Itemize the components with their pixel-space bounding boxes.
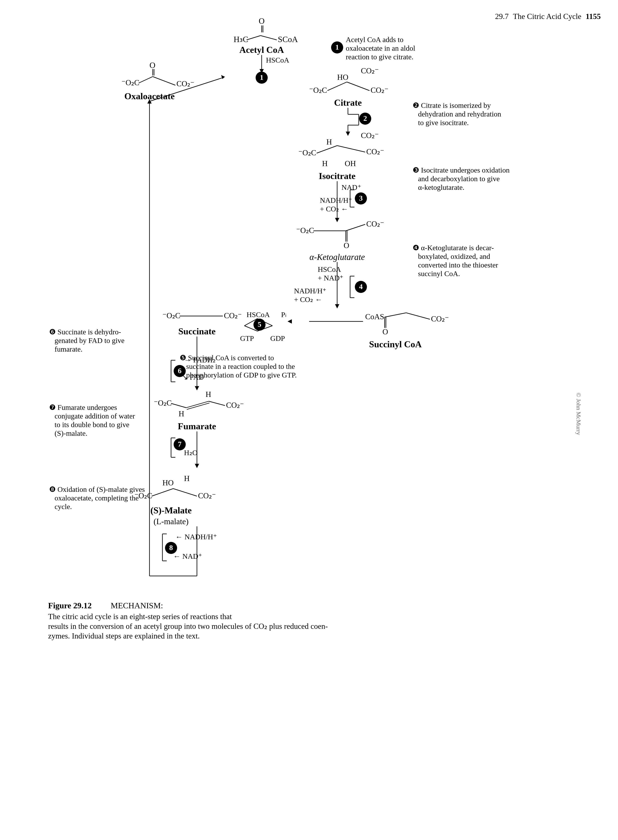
svg-text:dehydration and rehydration: dehydration and rehydration bbox=[418, 110, 501, 118]
svg-text:α-ketoglutarate.: α-ketoglutarate. bbox=[418, 183, 464, 191]
svg-text:Figure 29.12: Figure 29.12 bbox=[48, 601, 92, 610]
svg-text:GTP: GTP bbox=[240, 334, 254, 342]
svg-text:O: O bbox=[382, 328, 388, 336]
svg-marker-67 bbox=[335, 218, 339, 222]
svg-text:+ NAD⁺: + NAD⁺ bbox=[318, 274, 343, 282]
svg-text:(S)-malate.: (S)-malate. bbox=[55, 429, 88, 438]
svg-text:and decarboxylation to give: and decarboxylation to give bbox=[418, 175, 500, 183]
svg-text:boxylated, oxidized, and: boxylated, oxidized, and bbox=[418, 252, 490, 260]
svg-marker-45 bbox=[346, 132, 350, 136]
svg-text:CO₂⁻: CO₂⁻ bbox=[226, 401, 244, 410]
svg-text:❹ α-Ketoglutarate is decar-: ❹ α-Ketoglutarate is decar- bbox=[413, 244, 494, 252]
svg-text:Acetyl CoA adds to: Acetyl CoA adds to bbox=[346, 36, 403, 44]
svg-text:to its double bond to give: to its double bond to give bbox=[55, 421, 129, 429]
svg-text:❷ Citrate is isomerized by: ❷ Citrate is isomerized by bbox=[413, 101, 491, 109]
svg-text:❽ Oxidation of (S)-malate give: ❽ Oxidation of (S)-malate gives bbox=[49, 485, 145, 494]
svg-text:HO: HO bbox=[162, 478, 174, 487]
svg-line-22 bbox=[139, 77, 153, 83]
svg-text:H₂O: H₂O bbox=[184, 449, 198, 457]
svg-text:5: 5 bbox=[257, 321, 261, 328]
svg-text:conjugate addition of water: conjugate addition of water bbox=[55, 412, 135, 420]
svg-line-50 bbox=[337, 145, 365, 152]
svg-line-5 bbox=[261, 36, 277, 40]
svg-text:O: O bbox=[258, 16, 264, 25]
svg-text:❼ Fumarate undergoes: ❼ Fumarate undergoes bbox=[49, 404, 117, 411]
svg-text:reaction to give citrate.: reaction to give citrate. bbox=[346, 53, 413, 61]
svg-text:to give isocitrate.: to give isocitrate. bbox=[418, 119, 469, 127]
svg-text:⁻O₂C: ⁻O₂C bbox=[154, 399, 172, 407]
svg-text:⁻O₂C: ⁻O₂C bbox=[122, 78, 139, 87]
svg-text:CoAS: CoAS bbox=[365, 312, 384, 321]
svg-text:→ FADH₂: → FADH₂ bbox=[184, 356, 216, 364]
svg-text:HSCoA: HSCoA bbox=[266, 56, 289, 64]
svg-text:2: 2 bbox=[363, 114, 367, 122]
svg-text:⁻O₂C: ⁻O₂C bbox=[298, 148, 316, 157]
svg-text:❻ Succinate is dehydro-: ❻ Succinate is dehydro- bbox=[49, 328, 121, 336]
svg-line-154 bbox=[152, 488, 173, 496]
svg-text:OH: OH bbox=[345, 159, 356, 168]
svg-text:© John McMurry: © John McMurry bbox=[575, 393, 582, 435]
svg-text:Isocitrate: Isocitrate bbox=[319, 171, 355, 181]
svg-text:(S)-Malate: (S)-Malate bbox=[150, 505, 192, 516]
svg-text:← NADH/H⁺: ← NADH/H⁺ bbox=[175, 533, 217, 541]
citric-acid-cycle-diagram: O H₃C SCoA Acetyl CoA 1 Acetyl CoA adds … bbox=[29, 4, 590, 695]
svg-text:CO₂⁻: CO₂⁻ bbox=[361, 67, 379, 75]
svg-text:genated by FAD to give: genated by FAD to give bbox=[55, 337, 125, 344]
svg-text:NADH/H⁺: NADH/H⁺ bbox=[320, 196, 352, 204]
svg-text:cycle.: cycle. bbox=[55, 503, 72, 511]
svg-text:Succinate: Succinate bbox=[178, 327, 215, 336]
svg-text:Pᵢ: Pᵢ bbox=[281, 311, 287, 319]
svg-text:1: 1 bbox=[335, 43, 339, 51]
svg-text:O: O bbox=[150, 61, 155, 70]
svg-text:⁻O₂C: ⁻O₂C bbox=[309, 86, 327, 95]
svg-text:HO: HO bbox=[337, 73, 348, 82]
svg-line-93 bbox=[406, 313, 430, 319]
svg-text:4: 4 bbox=[359, 283, 362, 291]
svg-text:↘ FAD: ↘ FAD bbox=[182, 373, 204, 381]
svg-text:CO₂⁻: CO₂⁻ bbox=[177, 79, 195, 88]
svg-text:HSCoA: HSCoA bbox=[247, 311, 270, 319]
svg-text:CO₂⁻: CO₂⁻ bbox=[366, 220, 384, 228]
svg-line-31 bbox=[327, 82, 347, 91]
page: 29.7 The Citric Acid Cycle 1155 O H₃C SC… bbox=[0, 0, 618, 840]
svg-text:+ CO₂ ←: + CO₂ ← bbox=[294, 295, 322, 304]
svg-text:8: 8 bbox=[169, 543, 173, 552]
svg-marker-150 bbox=[195, 464, 199, 468]
svg-text:CO₂⁻: CO₂⁻ bbox=[371, 86, 388, 95]
diagram-container: O H₃C SCoA Acetyl CoA 1 Acetyl CoA adds … bbox=[0, 4, 618, 695]
svg-text:7: 7 bbox=[178, 440, 181, 448]
svg-text:❸ Isocitrate undergoes oxidati: ❸ Isocitrate undergoes oxidation bbox=[413, 166, 510, 174]
svg-line-4 bbox=[247, 36, 261, 40]
svg-text:CO₂⁻: CO₂⁻ bbox=[361, 131, 379, 140]
svg-text:oxaloacetate in an aldol: oxaloacetate in an aldol bbox=[346, 44, 415, 52]
svg-text:CO₂⁻: CO₂⁻ bbox=[366, 147, 384, 156]
svg-line-32 bbox=[347, 82, 370, 91]
svg-text:succinyl CoA.: succinyl CoA. bbox=[418, 270, 460, 278]
svg-text:Acetyl CoA: Acetyl CoA bbox=[239, 45, 284, 55]
svg-text:⁻O₂C: ⁻O₂C bbox=[296, 226, 314, 235]
svg-text:H: H bbox=[326, 138, 332, 146]
svg-text:Succinyl CoA: Succinyl CoA bbox=[369, 339, 422, 349]
svg-text:SCoA: SCoA bbox=[278, 35, 298, 44]
svg-text:The citric acid cycle is an ei: The citric acid cycle is an eight-step s… bbox=[48, 612, 232, 621]
svg-text:CO₂⁻: CO₂⁻ bbox=[431, 315, 449, 323]
svg-marker-27 bbox=[221, 75, 225, 79]
svg-text:Fumarate: Fumarate bbox=[178, 421, 216, 431]
svg-text:HSCoA: HSCoA bbox=[318, 265, 341, 273]
svg-text:H: H bbox=[178, 410, 184, 418]
svg-line-49 bbox=[316, 145, 337, 153]
svg-marker-129 bbox=[195, 386, 199, 390]
svg-text:O: O bbox=[344, 241, 349, 250]
svg-text:H₃C: H₃C bbox=[233, 35, 248, 44]
svg-text:(L-malate): (L-malate) bbox=[153, 517, 188, 526]
svg-line-92 bbox=[385, 313, 406, 317]
svg-text:H: H bbox=[184, 474, 190, 483]
svg-text:3: 3 bbox=[359, 194, 362, 202]
svg-text:CO₂⁻: CO₂⁻ bbox=[198, 491, 216, 500]
svg-text:Citrate: Citrate bbox=[334, 98, 361, 108]
svg-line-131 bbox=[171, 404, 186, 408]
svg-line-23 bbox=[153, 77, 175, 85]
svg-text:GDP: GDP bbox=[270, 334, 285, 342]
svg-text:6: 6 bbox=[178, 367, 181, 375]
svg-text:H: H bbox=[322, 159, 328, 168]
